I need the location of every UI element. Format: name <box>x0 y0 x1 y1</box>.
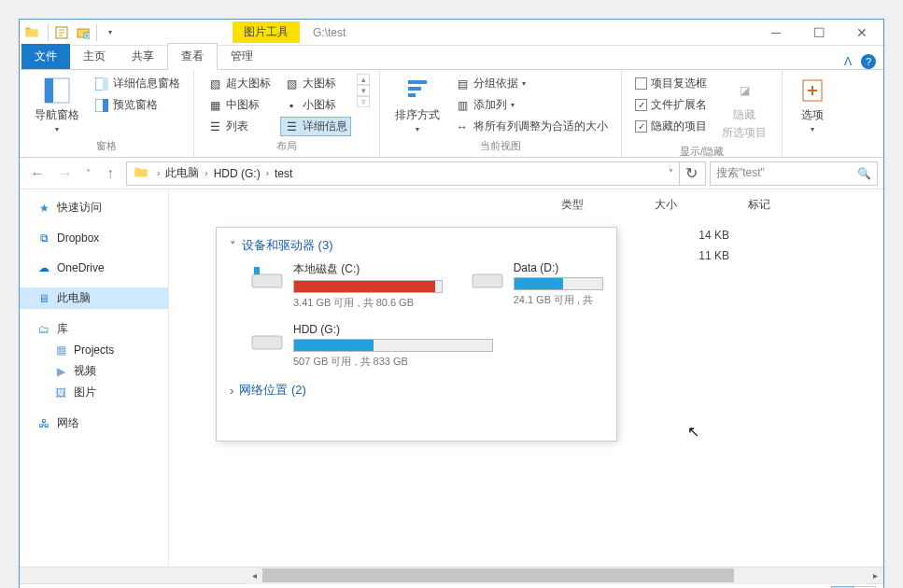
details-pane-button[interactable]: 详细信息窗格 <box>91 74 184 93</box>
tab-manage[interactable]: 管理 <box>218 44 266 69</box>
sidebar-videos[interactable]: ▶视频 <box>20 360 168 382</box>
sidebar-this-pc[interactable]: 🖥此电脑 <box>20 287 168 309</box>
fit-columns-button[interactable]: ↔将所有列调整为合适的大小 <box>451 117 612 136</box>
col-size[interactable]: 大小 <box>655 197 748 213</box>
folder-icon <box>133 164 151 183</box>
tab-home[interactable]: 主页 <box>70 44 119 69</box>
tab-view[interactable]: 查看 <box>167 43 218 70</box>
refresh-button[interactable]: ↻ <box>679 162 703 185</box>
drive-d[interactable]: Data (D:) 24.1 GB 可用 , 共 <box>471 261 603 310</box>
svg-rect-14 <box>254 267 260 274</box>
details-view-button[interactable]: ☰详细信息 <box>280 117 351 136</box>
tooltip-devices: ˅ 设备和驱动器 (3) 本地磁盘 (C:) 3.41 GB 可用 , 共 80… <box>216 227 617 441</box>
search-placeholder: 搜索"test" <box>716 165 765 181</box>
svg-rect-15 <box>473 274 502 287</box>
drive-bar <box>293 339 493 352</box>
close-button[interactable]: ✕ <box>840 20 883 46</box>
m-icons-button[interactable]: ▦中图标 <box>204 95 263 115</box>
statusbar: 2 个项目 ☰ ▦ <box>20 583 883 588</box>
up-button[interactable]: ↑ <box>98 161 122 186</box>
window-title-path: G:\test <box>313 26 346 39</box>
help-icon[interactable]: ? <box>861 54 876 69</box>
chevron-right-icon: › <box>230 384 233 398</box>
drive-icon <box>250 327 284 353</box>
layout-scroll-up[interactable]: ▴ <box>357 74 370 85</box>
add-column-button[interactable]: ▥添加列 ▾ <box>451 95 518 115</box>
sidebar-quick-access[interactable]: ★快速访问 <box>20 197 168 218</box>
layout-scroll-down[interactable]: ▾ <box>357 85 370 96</box>
group-label-panes: 窗格 <box>29 137 184 155</box>
layout-expand[interactable]: ▿ <box>357 96 370 107</box>
forward-button[interactable]: → <box>53 161 78 186</box>
chevron-right-icon[interactable]: › <box>155 168 162 178</box>
ribbon-collapse-icon[interactable]: ᐱ <box>844 55 852 68</box>
qat-properties[interactable] <box>51 22 72 43</box>
item-checkboxes-toggle[interactable]: 项目复选框 <box>631 74 711 93</box>
group-label-current-view: 当前视图 <box>389 137 612 155</box>
chevron-right-icon[interactable]: › <box>264 168 271 178</box>
sidebar-projects[interactable]: ▦Projects <box>20 340 168 360</box>
drive-icon <box>250 265 284 291</box>
xl-icons-button[interactable]: ▧超大图标 <box>204 74 275 93</box>
back-button[interactable]: ← <box>25 161 49 186</box>
drive-bar <box>514 277 603 290</box>
addressbar: ← → ˅ ↑ › 此电脑 › HDD (G:) › test ˅ ↻ 搜索"t… <box>20 158 883 189</box>
hide-selected-button[interactable]: ◪ 隐藏 所选项目 <box>716 74 772 143</box>
explorer-window: ▾ 图片工具 G:\test ─ ☐ ✕ 文件 主页 共享 查看 管理 ᐱ ? … <box>19 19 884 588</box>
drive-c[interactable]: 本地磁盘 (C:) 3.41 GB 可用 , 共 80.6 GB <box>250 261 443 310</box>
svg-rect-16 <box>252 336 282 349</box>
devices-header[interactable]: ˅ 设备和驱动器 (3) <box>230 237 603 254</box>
hidden-items-toggle[interactable]: ✓隐藏的项目 <box>631 117 711 136</box>
list-button[interactable]: ☰列表 <box>204 117 252 136</box>
context-tab-picture-tools: 图片工具 <box>233 21 300 43</box>
chevron-right-icon[interactable]: › <box>203 168 209 178</box>
tab-file[interactable]: 文件 <box>21 44 70 69</box>
file-extensions-toggle[interactable]: ✓文件扩展名 <box>631 95 711 115</box>
svg-rect-9 <box>408 80 427 84</box>
sidebar-network[interactable]: 🖧网络 <box>20 413 168 434</box>
address-box[interactable]: › 此电脑 › HDD (G:) › test ˅ ↻ <box>126 161 706 186</box>
tab-share[interactable]: 共享 <box>119 44 167 69</box>
crumb-drive[interactable]: HDD (G:) <box>210 167 264 180</box>
maximize-button[interactable]: ☐ <box>797 20 840 46</box>
search-input[interactable]: 搜索"test" 🔍 <box>710 161 878 186</box>
search-icon[interactable]: 🔍 <box>857 167 871 180</box>
col-tags[interactable]: 标记 <box>748 197 841 213</box>
crumb-folder[interactable]: test <box>271 167 296 180</box>
network-locations-header[interactable]: › 网络位置 (2) <box>230 382 603 399</box>
sidebar-onedrive[interactable]: ☁OneDrive <box>20 258 168 278</box>
minimize-button[interactable]: ─ <box>755 20 797 46</box>
sidebar: ★快速访问 ⧉Dropbox ☁OneDrive 🖥此电脑 🗂库 ▦Projec… <box>20 189 169 567</box>
qat-customize[interactable]: ▾ <box>100 22 120 43</box>
crumb-thispc[interactable]: 此电脑 <box>162 165 203 181</box>
l-icons-button[interactable]: ▧大图标 <box>280 74 340 93</box>
address-dropdown[interactable]: ˅ <box>662 168 679 178</box>
sidebar-pictures[interactable]: 🖼图片 <box>20 382 168 403</box>
svg-rect-6 <box>103 77 108 91</box>
sidebar-libraries[interactable]: 🗂库 <box>20 318 168 340</box>
titlebar: ▾ 图片工具 G:\test ─ ☐ ✕ <box>20 20 883 46</box>
s-icons-button[interactable]: ▪小图标 <box>280 95 340 115</box>
svg-rect-10 <box>408 87 421 91</box>
cursor-icon: ↖ <box>687 423 699 441</box>
drive-g[interactable]: HDD (G:) 507 GB 可用 , 共 833 GB <box>250 323 493 369</box>
ribbon-tabs: 文件 主页 共享 查看 管理 ᐱ ? <box>20 46 883 70</box>
group-by-button[interactable]: ▤分组依据 ▾ <box>451 74 529 93</box>
qat-new-folder[interactable] <box>73 22 93 43</box>
svg-rect-8 <box>103 99 108 112</box>
options-button[interactable]: 选项▾ <box>792 74 833 135</box>
sort-button[interactable]: 排序方式▾ <box>389 74 445 135</box>
col-type[interactable]: 类型 <box>561 197 655 213</box>
folder-icon <box>23 24 40 41</box>
nav-pane-button[interactable]: 导航窗格 ▾ <box>29 74 85 135</box>
sidebar-dropbox[interactable]: ⧉Dropbox <box>20 228 168 248</box>
scrollbar-thumb[interactable] <box>262 568 734 582</box>
group-label-layout: 布局 <box>204 137 370 155</box>
column-headers[interactable]: 类型 大小 标记 <box>561 197 874 213</box>
svg-rect-11 <box>408 93 416 97</box>
svg-rect-13 <box>252 274 282 287</box>
horizontal-scrollbar[interactable]: ◂ ▸ <box>20 567 883 583</box>
drive-icon <box>471 265 504 291</box>
preview-pane-button[interactable]: 预览窗格 <box>91 95 162 115</box>
recent-dropdown[interactable]: ˅ <box>81 161 94 186</box>
